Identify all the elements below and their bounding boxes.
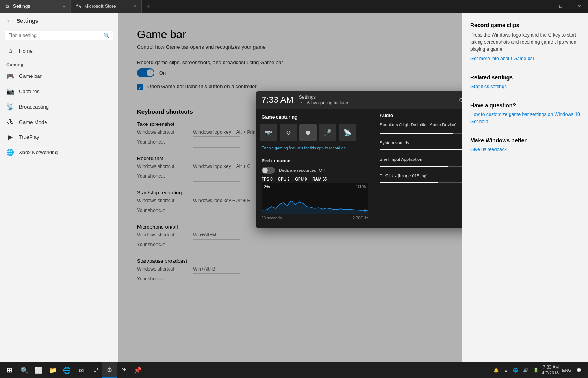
sidebar: ← Settings 🔍 ⌂ Home Gaming 🎮 Game bar 📷 … xyxy=(0,13,118,362)
sidebar-item-xbox-networking[interactable]: 🌐 Xbox Networking xyxy=(0,145,118,160)
sidebar-item-broadcasting[interactable]: 📡 Broadcasting xyxy=(0,99,118,114)
tab-settings[interactable]: ⚙ Settings ✕ xyxy=(0,0,71,13)
close-button[interactable]: ✕ xyxy=(570,0,588,13)
taskbar-notification[interactable]: 🔔 xyxy=(492,368,501,373)
settings-tab-close[interactable]: ✕ xyxy=(62,4,66,9)
game-bar-label: Game bar xyxy=(19,73,42,79)
main-content: Game bar Control how Game bar opens and … xyxy=(118,13,462,362)
sidebar-item-captures[interactable]: 📷 Captures xyxy=(0,84,118,99)
start-button[interactable]: ⊞ xyxy=(2,362,17,378)
cpu-stat: CPU 2 xyxy=(278,177,289,181)
get-more-info-link[interactable]: Get more info about Game bar xyxy=(470,56,580,61)
audio-shell-slider[interactable] xyxy=(380,166,462,167)
taskbar-volume[interactable]: 🔊 xyxy=(521,368,530,373)
taskbar-clock[interactable]: 7:33 AM 4/7/2018 xyxy=(542,364,559,376)
graphics-settings-link[interactable]: Graphics settings xyxy=(470,84,580,89)
captures-label: Captures xyxy=(19,89,40,94)
audio-source-shell: Shell Input Application xyxy=(380,157,462,162)
sidebar-item-trueplay[interactable]: ▶ TruePlay xyxy=(0,129,118,145)
captures-icon: 📷 xyxy=(6,88,14,95)
audio-picpick-slider[interactable] xyxy=(380,182,462,183)
app-body: ← Settings 🔍 ⌂ Home Gaming 🎮 Game bar 📷 … xyxy=(0,13,588,362)
titlebar: ⚙ Settings ✕ 🛍 Microsoft Store ✕ + — ☐ ✕ xyxy=(0,0,588,13)
store-tab-close[interactable]: ✕ xyxy=(133,4,137,9)
dedicate-row: Dedicate resources Off xyxy=(262,167,368,174)
related-settings-title: Related settings xyxy=(470,74,580,81)
xbox-networking-icon: 🌐 xyxy=(6,149,14,156)
customize-link[interactable]: How to customize game bar settings on Wi… xyxy=(470,112,580,117)
taskbar-action-center[interactable]: 💬 xyxy=(575,368,583,373)
back-button[interactable]: ← xyxy=(6,17,13,24)
game-capturing-title: Game capturing xyxy=(256,113,374,124)
audio-shell-slider-row: 🔊 xyxy=(380,163,462,169)
make-better-title: Make Windows better xyxy=(470,137,580,144)
settings-tab-label: Settings xyxy=(13,4,30,9)
mic-btn[interactable]: 🎤 xyxy=(319,124,336,141)
audio-sources: System sounds 🔊 Shell Input Application xyxy=(380,140,462,185)
sidebar-title: Settings xyxy=(17,18,38,24)
taskbar: ⊞ 🔍 ⬜ 📁 🌐 ✉ 🛡 ⚙ 🛍 📌 🔔 ▲ 🌐 🔊 🔋 7:33 AM 4/… xyxy=(0,362,588,378)
sidebar-item-game-bar[interactable]: 🎮 Game bar xyxy=(0,68,118,84)
audio-shell-fill xyxy=(380,166,448,167)
tab-store[interactable]: 🛍 Microsoft Store ✕ xyxy=(71,0,142,13)
search-icon: 🔍 xyxy=(104,33,109,38)
taskbar-defender[interactable]: 🛡 xyxy=(88,362,102,378)
taskbar-mail[interactable]: ✉ xyxy=(74,362,88,378)
audio-device-row: Speakers (High Definition Audio Device) … xyxy=(380,122,462,127)
taskbar-edge[interactable]: 🌐 xyxy=(60,362,74,378)
taskbar-store[interactable]: 🛍 xyxy=(117,362,131,378)
performance-panel: Performance Dedicate resources Off xyxy=(256,154,374,224)
taskbar-network[interactable]: 🌐 xyxy=(511,368,520,373)
fps-stat: FPS 0 xyxy=(262,177,273,181)
gamebar-settings-icon[interactable]: ⚙ xyxy=(459,97,462,103)
taskbar-time: 7:33 AM xyxy=(542,364,559,370)
taskbar-battery[interactable]: 🔋 xyxy=(532,368,540,373)
maximize-button[interactable]: ☐ xyxy=(552,0,570,13)
question-title: Have a question? xyxy=(470,102,580,109)
taskbar-file-explorer[interactable]: 📁 xyxy=(46,362,60,378)
taskbar-settings[interactable]: ⚙ xyxy=(102,362,117,378)
new-tab-button[interactable]: + xyxy=(142,3,155,10)
window-controls: — ☐ ✕ xyxy=(534,0,588,13)
search-input[interactable] xyxy=(8,33,101,38)
broadcasting-icon: 📡 xyxy=(6,103,14,111)
audio-device-name: Speakers (High Definition Audio Device) xyxy=(380,122,457,127)
audio-system-slider[interactable] xyxy=(380,149,462,150)
home-label: Home xyxy=(19,48,33,54)
dedicate-label: Dedicate resources Off xyxy=(279,168,325,173)
audio-system-slider-row: 🔊 xyxy=(380,147,462,152)
xbox-networking-label: Xbox Networking xyxy=(19,149,58,155)
record-btn[interactable]: ⏺ xyxy=(299,124,317,141)
replay-btn[interactable]: ↺ xyxy=(280,124,297,141)
sidebar-item-home[interactable]: ⌂ Home xyxy=(0,43,118,58)
screenshot-btn[interactable]: 📷 xyxy=(260,124,277,141)
performance-title: Performance xyxy=(262,158,368,164)
dedicate-toggle[interactable] xyxy=(262,167,275,174)
audio-source-picpick: PicPick - [Image 015.jpg] xyxy=(380,173,462,178)
allow-gaming-row: ✓ Allow gaming features xyxy=(299,100,349,105)
gamebar-header: 7:33 AM Settings ✓ Allow gaming features… xyxy=(256,91,462,109)
home-icon: ⌂ xyxy=(6,47,14,54)
get-help-link[interactable]: Get help xyxy=(470,119,580,124)
gc-buttons: 📷 ↺ ⏺ 🎤 📡 xyxy=(256,124,374,145)
taskbar-expand[interactable]: ▲ xyxy=(502,368,510,372)
audio-system-fill xyxy=(380,149,462,150)
audio-main-slider[interactable] xyxy=(380,133,462,134)
allow-gaming-checkbox[interactable]: ✓ xyxy=(299,100,304,105)
perf-graph: 2% 100% 0 xyxy=(262,183,368,214)
perf-freq-label: 2.30GHz xyxy=(353,216,368,220)
taskbar-task-view[interactable]: ⬜ xyxy=(32,362,46,378)
gamebar-body: Game capturing 📷 ↺ ⏺ 🎤 📡 Enable gaming f… xyxy=(256,109,462,228)
broadcast-btn[interactable]: 📡 xyxy=(339,124,356,141)
broadcasting-label: Broadcasting xyxy=(19,104,49,110)
taskbar-search[interactable]: 🔍 xyxy=(17,362,32,378)
feedback-link[interactable]: Give us feedback xyxy=(470,147,580,152)
gpu-stat: GPU 0 xyxy=(295,177,307,181)
sidebar-item-game-mode[interactable]: 🕹 Game Mode xyxy=(0,114,118,129)
game-mode-icon: 🕹 xyxy=(6,118,14,125)
taskbar-pin[interactable]: 📌 xyxy=(131,362,145,378)
taskbar-lang[interactable]: ENG xyxy=(560,368,573,372)
minimize-button[interactable]: — xyxy=(534,0,552,13)
record-clips-title: Record game clips xyxy=(470,22,580,28)
sidebar-header: ← Settings xyxy=(0,13,118,29)
